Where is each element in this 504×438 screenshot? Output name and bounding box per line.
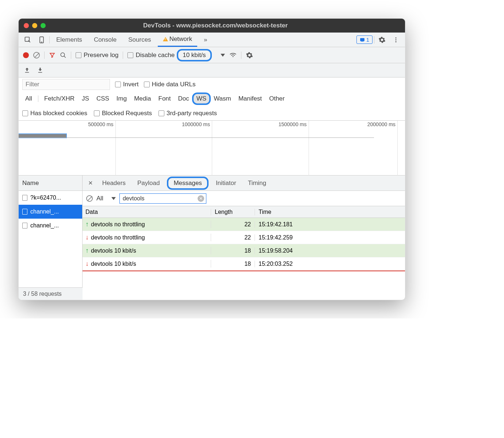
clear-icon[interactable] [33, 52, 40, 58]
tab-more[interactable]: » [199, 33, 212, 47]
blocked-requests-checkbox[interactable]: Blocked Requests [94, 110, 152, 117]
column-length[interactable]: Length [211, 209, 255, 215]
extra-filter-checks: Has blocked cookies Blocked Requests 3rd… [19, 106, 405, 121]
separator [123, 52, 123, 59]
request-sidebar: Name ?k=62470... channel_... channel_...… [19, 175, 83, 300]
checkbox-icon [76, 52, 81, 58]
checkbox-icon [22, 110, 28, 116]
filter-other[interactable]: Other [266, 94, 288, 103]
device-toggle-icon[interactable] [35, 34, 48, 46]
issues-badge[interactable]: 1 [356, 35, 373, 44]
filter-media[interactable]: Media [131, 94, 154, 103]
invert-checkbox[interactable]: Invert [115, 81, 139, 88]
filter-doc[interactable]: Doc [175, 94, 192, 103]
upload-download-row [19, 63, 405, 78]
column-time[interactable]: Time [255, 209, 405, 215]
timeline-bar [19, 134, 66, 137]
filter-input[interactable] [22, 79, 110, 90]
checkbox-icon [159, 110, 164, 116]
filter-css[interactable]: CSS [93, 94, 112, 103]
kebab-icon[interactable] [390, 34, 402, 46]
hide-data-urls-checkbox[interactable]: Hide data URLs [144, 81, 196, 88]
filter-ws[interactable]: WS [194, 94, 209, 103]
details-tabs: × Headers Payload Messages Initiator Tim… [83, 175, 405, 191]
timeline-overview[interactable]: 500000 ms 1000000 ms 1500000 ms 2000000 … [19, 121, 405, 175]
filter-bar: Invert Hide data URLs [19, 78, 405, 91]
separator [44, 52, 45, 59]
file-icon [22, 195, 27, 201]
svg-point-5 [396, 39, 397, 40]
search-icon[interactable] [60, 52, 66, 58]
filter-js[interactable]: JS [79, 94, 92, 103]
has-blocked-cookies-checkbox[interactable]: Has blocked cookies [22, 110, 87, 117]
arrow-down-icon: ↓ [85, 234, 89, 241]
filter-wasm[interactable]: Wasm [211, 94, 234, 103]
clear-input-icon[interactable]: ✕ [198, 195, 204, 202]
upload-icon[interactable] [24, 67, 30, 73]
preserve-log-checkbox[interactable]: Preserve log [76, 52, 118, 59]
tab-console[interactable]: Console [89, 33, 122, 47]
checkbox-icon [115, 82, 121, 87]
message-row[interactable]: ↓devtools 10 kbit/s 18 15:20:03.252 [83, 257, 405, 271]
svg-point-6 [396, 41, 397, 42]
tab-messages[interactable]: Messages [167, 177, 208, 190]
file-icon [22, 223, 27, 229]
traffic-lights [24, 23, 53, 28]
chevron-down-icon [111, 197, 116, 200]
zoom-icon[interactable] [41, 23, 46, 28]
minimize-icon[interactable] [32, 23, 37, 28]
arrow-up-icon: ↑ [85, 247, 89, 254]
network-toolbar: Preserve log Disable cache 10 kbit/s [19, 47, 405, 63]
filter-manifest[interactable]: Manifest [236, 94, 265, 103]
filter-icon[interactable] [49, 52, 56, 58]
column-data[interactable]: Data [83, 209, 211, 215]
message-filter-bar: All ✕ [83, 191, 405, 206]
lower-pane: Name ?k=62470... channel_... channel_...… [19, 175, 405, 300]
filter-all[interactable]: All [22, 94, 35, 103]
request-row[interactable]: ?k=62470... [19, 191, 82, 205]
tab-initiator[interactable]: Initiator [211, 177, 241, 190]
close-icon[interactable] [24, 23, 29, 28]
arrow-down-icon: ↓ [85, 260, 89, 268]
tab-headers[interactable]: Headers [98, 177, 130, 190]
tab-sources[interactable]: Sources [123, 33, 156, 47]
separator [71, 52, 71, 59]
bottom-marker [83, 271, 405, 271]
filter-fetch-xhr[interactable]: Fetch/XHR [41, 94, 77, 103]
tab-network[interactable]: Network [158, 33, 197, 47]
checkbox-icon [144, 82, 150, 87]
tab-timing[interactable]: Timing [244, 177, 271, 190]
filter-font[interactable]: Font [156, 94, 174, 103]
message-table: Data Length Time ↑devtools no throttling… [83, 206, 405, 300]
separator [38, 95, 38, 102]
request-row[interactable]: channel_... [19, 219, 82, 233]
request-row[interactable]: channel_... [19, 205, 82, 219]
message-row[interactable]: ↑devtools 10 kbit/s 18 15:19:58.204 [83, 244, 405, 257]
throttling-select[interactable]: 10 kbit/s [177, 49, 211, 61]
tab-payload[interactable]: Payload [133, 177, 164, 190]
checkbox-icon [94, 110, 100, 116]
message-row[interactable]: ↑devtools no throttling 22 15:19:42.181 [83, 218, 405, 231]
resource-type-filter: All Fetch/XHR JS CSS Img Media Font Doc … [19, 91, 405, 106]
tab-elements[interactable]: Elements [51, 33, 87, 47]
network-conditions-icon[interactable] [229, 52, 237, 58]
sidebar-header: Name [19, 175, 82, 191]
filter-img[interactable]: Img [114, 94, 130, 103]
titlebar: DevTools - www.piesocket.com/websocket-t… [19, 19, 405, 33]
third-party-checkbox[interactable]: 3rd-party requests [159, 110, 217, 117]
message-direction-select[interactable]: All [96, 195, 116, 202]
clear-icon[interactable] [86, 195, 93, 202]
record-icon[interactable] [23, 52, 29, 58]
chevron-down-icon[interactable] [221, 54, 225, 57]
download-icon[interactable] [37, 67, 43, 73]
settings-icon[interactable] [376, 34, 388, 46]
network-settings-icon[interactable] [246, 52, 253, 59]
separator [49, 36, 50, 44]
message-row[interactable]: ↓devtools no throttling 22 15:19:42.259 [83, 231, 405, 244]
separator [241, 52, 241, 59]
separator [374, 36, 374, 44]
message-filter-input[interactable] [119, 193, 206, 204]
close-icon[interactable]: × [86, 179, 95, 187]
inspect-icon[interactable] [22, 34, 34, 46]
disable-cache-checkbox[interactable]: Disable cache [127, 52, 175, 59]
